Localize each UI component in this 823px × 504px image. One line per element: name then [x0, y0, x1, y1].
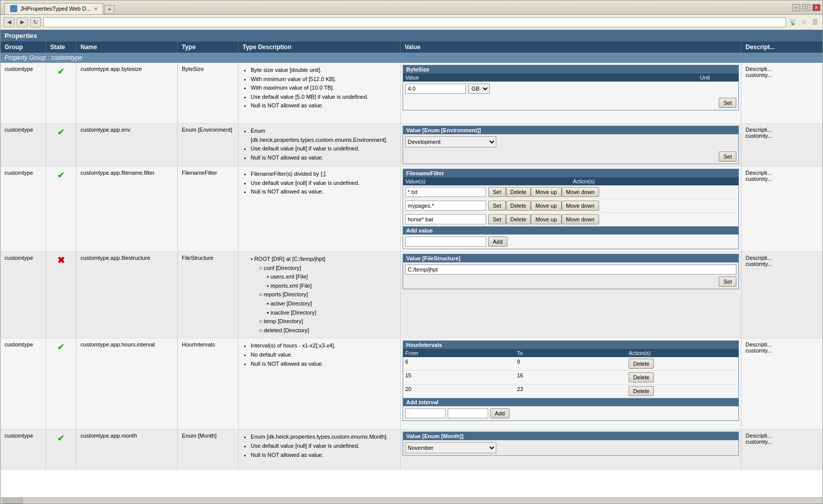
forward-button[interactable]: ▶ — [17, 17, 28, 27]
status-ok-icon: ✔ — [57, 170, 65, 181]
enum-env-set-button[interactable]: Set — [719, 151, 736, 162]
enum-month-row: JanuaryFebruaryMarch AprilMayJune JulyAu… — [403, 440, 738, 455]
filter-movedown-btn-2[interactable]: Move down — [562, 201, 599, 211]
state-cell: ✔ — [46, 338, 76, 429]
group-header: Property Group : customtype — [1, 53, 822, 63]
table-header: Group State Name Type Type Description V… — [1, 42, 822, 53]
filter-delete-btn-2[interactable]: Delete — [506, 201, 531, 211]
close-button[interactable]: ✕ — [812, 4, 820, 11]
bytesize-unit-select[interactable]: KB MB GB TB — [468, 84, 490, 94]
name-cell: customtype.app.month — [76, 430, 178, 470]
type-cell: HourIntervals — [178, 338, 239, 429]
hours-delete-btn-3[interactable]: Delete — [629, 386, 654, 396]
horizontal-scrollbar[interactable] — [1, 497, 822, 503]
tab-icon — [10, 5, 17, 12]
filter-set-btn-3[interactable]: Set — [488, 214, 506, 224]
tab-close[interactable]: ✕ — [94, 6, 98, 12]
filter-widget: FilenameFilter Value(s) Action(s) Set De… — [403, 169, 739, 249]
status-error-icon: ✖ — [57, 255, 65, 266]
filter-delete-btn-3[interactable]: Delete — [506, 214, 531, 224]
filter-moveup-btn-3[interactable]: Move up — [531, 214, 561, 224]
name-cell: customtype.app.filename.filter — [76, 167, 178, 251]
table-row: customtype ✔ customtype.app.bytesize Byt… — [1, 63, 822, 124]
bytesize-value-label: Value — [403, 73, 698, 82]
name-cell: customtype.app.hours.interval — [76, 338, 178, 429]
table-row: customtype ✔ customtype.app.env Enum [En… — [1, 124, 822, 167]
filter-row: Set Delete Move up Move down — [403, 199, 738, 213]
filter-value-input-2[interactable] — [405, 201, 486, 211]
minimize-button[interactable]: ─ — [792, 4, 800, 11]
filter-moveup-btn-1[interactable]: Move up — [531, 187, 561, 197]
status-ok-icon: ✔ — [57, 66, 65, 77]
filestructure-widget: Value [FileStructure] Set — [403, 254, 739, 289]
desc-cell: Byte size value [double unit]. With mini… — [239, 63, 401, 123]
group-cell: customtype — [1, 430, 46, 470]
new-tab-button[interactable]: + — [104, 5, 114, 14]
filter-moveup-btn-2[interactable]: Move up — [531, 201, 561, 211]
desc-cell: • ROOT [DIR] at [C:/temp/jhpt] ○ conf [D… — [239, 252, 401, 338]
desc-cell: Enum [dk.heick.properties.types.custom.e… — [239, 124, 401, 166]
bytesize-widget: ByteSize Value Unit KB MB GB TB — [403, 65, 739, 110]
hours-delete-btn-1[interactable]: Delete — [629, 359, 654, 369]
menu-icon[interactable]: ☰ — [810, 18, 819, 27]
add-value-button[interactable]: Add — [488, 237, 507, 247]
filter-row: Set Delete Move up Move down — [403, 185, 738, 199]
table-row: customtype ✔ customtype.app.filename.fil… — [1, 167, 822, 252]
maximize-button[interactable]: □ — [802, 4, 810, 11]
enum-env-select[interactable]: Development Test Production — [405, 136, 496, 147]
state-cell: ✔ — [46, 167, 76, 251]
add-value-input[interactable] — [405, 237, 486, 247]
table-row: customtype ✔ customtype.app.month Enum [… — [1, 430, 822, 470]
type-cell: Enum [Environment] — [178, 124, 239, 166]
group-header-text: Property Group : customtype — [5, 54, 82, 61]
col-group: Group — [1, 42, 46, 53]
desc-right-cell: Descripti...customty... — [741, 338, 822, 429]
properties-title: Properties — [5, 32, 37, 40]
enum-env-widget: Value [Enum [Environment]] Development T… — [403, 126, 739, 164]
bytesize-set-button[interactable]: Set — [719, 98, 736, 108]
filter-set-btn-2[interactable]: Set — [488, 201, 506, 211]
hours-from-val: 20 — [403, 384, 515, 398]
value-cell: HourIntervals From To Action(s) 6 9 Dele… — [401, 338, 741, 429]
add-value-header: Add value — [403, 226, 738, 235]
value-cell: ByteSize Value Unit KB MB GB TB — [401, 63, 741, 123]
state-cell: ✔ — [46, 124, 76, 166]
add-interval-to-input[interactable] — [448, 408, 488, 418]
table-row: customtype ✖ customtype.app.filestructur… — [1, 252, 822, 338]
filter-delete-btn-1[interactable]: Delete — [506, 187, 531, 197]
filestructure-input[interactable] — [405, 264, 736, 275]
enum-month-widget: Value [Enum [Month]] JanuaryFebruaryMarc… — [403, 432, 739, 456]
name-cell: customtype.app.filestructure — [76, 252, 178, 338]
filter-movedown-btn-1[interactable]: Move down — [562, 187, 599, 197]
browser-tab[interactable]: JHPropertiesTyped Web D... ✕ — [5, 3, 103, 14]
title-bar: JHPropertiesTyped Web D... ✕ + ─ □ ✕ — [1, 1, 822, 15]
filter-value-input-3[interactable] — [405, 214, 486, 224]
type-cell: ByteSize — [178, 63, 239, 123]
refresh-button[interactable]: ↻ — [30, 17, 41, 27]
scrollbar-thumb[interactable] — [3, 498, 23, 503]
name-cell: customtype.app.env — [76, 124, 178, 166]
desc-right-cell: Descripti...customty... — [741, 124, 822, 166]
filter-value-input-1[interactable] — [405, 187, 486, 197]
back-button[interactable]: ◀ — [4, 17, 15, 27]
address-bar[interactable]: localhost:8080/jhpropertiestypedwebdemo-… — [43, 17, 786, 27]
desc-right-cell: Descripti...customty... — [741, 252, 822, 338]
add-interval-from-input[interactable] — [405, 408, 446, 418]
filter-widget-title: FilenameFilter — [403, 169, 738, 177]
bookmark-icon[interactable]: ☆ — [799, 18, 808, 27]
bytesize-value-input[interactable] — [405, 84, 466, 94]
filestructure-set-row: Set — [405, 277, 736, 287]
enum-month-select[interactable]: JanuaryFebruaryMarch AprilMayJune JulyAu… — [405, 442, 496, 453]
hours-from-label: From — [403, 349, 515, 357]
filestructure-set-button[interactable]: Set — [719, 277, 736, 287]
filter-movedown-btn-3[interactable]: Move down — [562, 214, 599, 224]
hours-to-label: To — [515, 349, 627, 357]
bytesize-unit-label: Unit — [698, 73, 738, 82]
content-area: Properties Group State Name Type Type De… — [1, 30, 822, 497]
name-cell: customtype.app.bytesize — [76, 63, 178, 123]
filter-set-btn-1[interactable]: Set — [488, 187, 506, 197]
status-ok-icon: ✔ — [57, 127, 65, 138]
add-interval-button[interactable]: Add — [490, 408, 510, 418]
desc-right-cell: Descripti...customty... — [741, 63, 822, 123]
hours-delete-btn-2[interactable]: Delete — [629, 372, 654, 382]
